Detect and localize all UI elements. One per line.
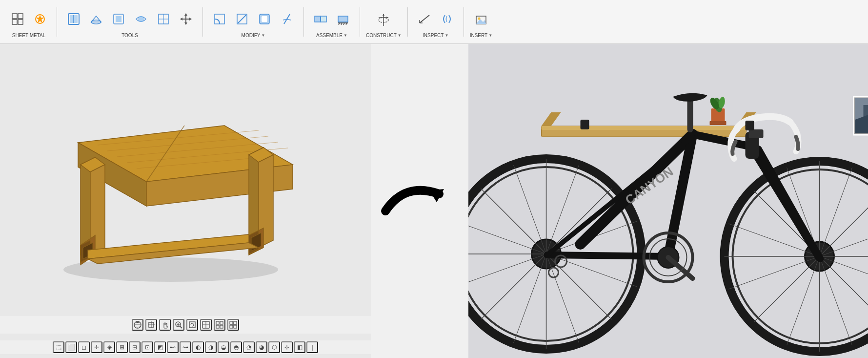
cad-pan-btn[interactable]	[145, 319, 157, 331]
sheet-metal-btn-1[interactable]	[7, 5, 28, 33]
tools-label: TOOLS	[121, 33, 138, 38]
sweep-icon	[134, 12, 148, 26]
select-icon	[11, 12, 24, 26]
svg-rect-29	[338, 16, 348, 22]
cad-icon-8[interactable]: ⊡	[141, 341, 153, 353]
cad-icon-21[interactable]: |	[306, 341, 318, 353]
assemble-btn-1[interactable]	[310, 5, 331, 33]
svg-rect-96	[468, 44, 868, 358]
cad-fit-btn[interactable]	[186, 319, 198, 331]
divider-4	[360, 7, 360, 37]
cad-icon-15[interactable]: ◓	[230, 341, 242, 353]
tools-btn-move[interactable]	[175, 5, 197, 33]
cad-icon-14[interactable]: ◒	[218, 341, 229, 353]
modify-btn-3[interactable]	[254, 5, 275, 33]
tools-btn-3[interactable]	[108, 5, 129, 33]
divider-1	[57, 7, 57, 37]
cad-icon-1[interactable]: ⬚	[53, 341, 64, 353]
tools-btn-4[interactable]	[130, 5, 152, 33]
cad-icon-13[interactable]: ◑	[205, 341, 217, 353]
assemble-icons	[310, 5, 354, 33]
sheet-metal-icons	[7, 5, 51, 33]
svg-rect-87	[216, 325, 219, 328]
svg-marker-19	[184, 13, 187, 16]
inspect-btn-2[interactable]	[436, 5, 458, 33]
create-icon	[67, 12, 81, 26]
tools-icons	[63, 5, 197, 33]
cad-icon-7[interactable]: ⊟	[129, 341, 141, 353]
inspect-icons	[414, 5, 458, 33]
svg-point-81	[191, 323, 194, 326]
svg-rect-91	[230, 325, 233, 328]
draft-icon	[280, 12, 294, 26]
modify-label: MODIFY ▼	[242, 33, 265, 38]
cad-icon-5[interactable]: ◈	[103, 341, 115, 353]
star-icon	[33, 12, 47, 26]
cad-icon-12[interactable]: ◐	[192, 341, 204, 353]
inspect-dropdown-arrow: ▼	[444, 33, 448, 38]
divider-5	[407, 7, 408, 37]
cad-icon-16[interactable]: ◔	[243, 341, 255, 353]
svg-marker-39	[386, 17, 388, 19]
modify-btn-1[interactable]	[209, 5, 230, 33]
cad-icon-3[interactable]: ◻	[78, 341, 90, 353]
cad-icon-4[interactable]: ✛	[91, 341, 102, 353]
cad-icon-20[interactable]: ◧	[294, 341, 305, 353]
construct-icons	[373, 5, 394, 33]
tools-btn-1[interactable]	[63, 5, 84, 33]
cad-icon-11[interactable]: ⊶	[180, 341, 191, 353]
svg-rect-92	[234, 325, 237, 328]
cad-zoom-btn[interactable]	[173, 319, 184, 331]
modify-icons	[209, 5, 298, 33]
modify-btn-2[interactable]	[231, 5, 253, 33]
cad-icon-17[interactable]: ◕	[256, 341, 267, 353]
svg-rect-86	[220, 321, 223, 324]
inspect-btn-1[interactable]	[414, 5, 435, 33]
insert-icons	[470, 5, 492, 33]
bike-scene: CANYON	[468, 44, 868, 358]
cad-canvas[interactable]: ⬚ ⬜ ◻ ✛ ◈ ⊞ ⊟ ⊡ ◩ ⊷ ⊶ ◐ ◑ ◒ ◓ ◔ ◕ ⬡ ⊹ ◧	[0, 44, 371, 358]
cad-icon-9[interactable]: ◩	[154, 341, 166, 353]
sheet-metal-btn-2[interactable]	[29, 5, 51, 33]
cad-display-btn[interactable]	[200, 319, 212, 331]
cad-hand-btn[interactable]	[159, 319, 171, 331]
svg-rect-12	[116, 16, 121, 22]
svg-rect-26	[315, 16, 321, 22]
insert-section: INSERT ▼	[467, 5, 495, 38]
cad-grid-btn[interactable]	[214, 319, 225, 331]
main-content: ⬚ ⬜ ◻ ✛ ◈ ⊞ ⊟ ⊡ ◩ ⊷ ⊶ ◐ ◑ ◒ ◓ ◔ ◕ ⬡ ⊹ ◧	[0, 44, 868, 358]
tools-btn-5[interactable]	[153, 5, 174, 33]
cad-expand-btn[interactable]	[227, 319, 239, 331]
svg-rect-163	[581, 120, 589, 129]
insert-image-icon	[474, 12, 488, 26]
modify-btn-4[interactable]	[276, 5, 298, 33]
svg-line-40	[420, 15, 429, 23]
svg-rect-85	[216, 321, 219, 324]
insert-btn-1[interactable]	[470, 5, 492, 33]
svg-rect-3	[18, 20, 23, 24]
cad-icon-19[interactable]: ⊹	[281, 341, 293, 353]
svg-rect-2	[12, 20, 17, 24]
cad-icon-10[interactable]: ⊷	[167, 341, 179, 353]
insert-label: INSERT ▼	[470, 33, 492, 38]
transition-arrow	[376, 172, 464, 231]
construct-section: CONSTRUCT ▼	[363, 5, 404, 38]
cad-orbit-btn[interactable]	[132, 319, 143, 331]
divider-6	[464, 7, 464, 37]
arrow-container	[371, 44, 468, 358]
svg-rect-0	[12, 14, 17, 19]
svg-marker-21	[180, 18, 182, 21]
construct-btn-1[interactable]	[373, 5, 394, 33]
tools-btn-2[interactable]	[85, 5, 107, 33]
svg-rect-89	[230, 321, 233, 324]
cad-icon-18[interactable]: ⬡	[268, 341, 280, 353]
svg-marker-22	[189, 18, 192, 21]
cad-icon-6[interactable]: ⊞	[116, 341, 128, 353]
plane-icon	[377, 12, 390, 26]
main-toolbar: SHEET METAL	[0, 0, 868, 44]
svg-rect-90	[234, 321, 237, 324]
photo-panel: CANYON	[468, 44, 868, 358]
cad-icon-2[interactable]: ⬜	[65, 341, 77, 353]
assemble-btn-2[interactable]	[332, 5, 354, 33]
cad-bottom-icons-row: ⬚ ⬜ ◻ ✛ ◈ ⊞ ⊟ ⊡ ◩ ⊷ ⊶ ◐ ◑ ◒ ◓ ◔ ◕ ⬡ ⊹ ◧	[0, 340, 371, 354]
